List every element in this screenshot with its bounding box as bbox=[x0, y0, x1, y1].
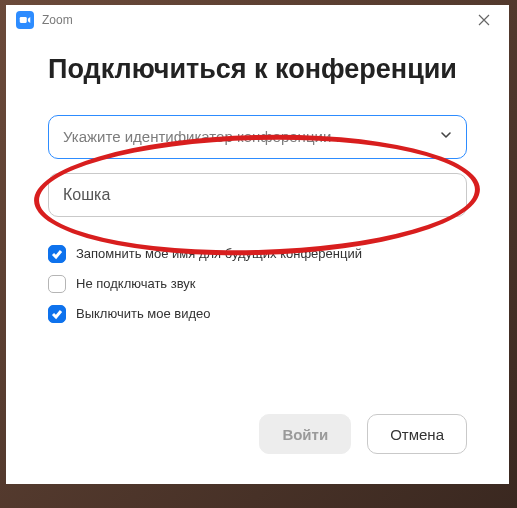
zoom-icon bbox=[16, 11, 34, 29]
checkbox-no-audio[interactable] bbox=[48, 275, 66, 293]
join-button[interactable]: Войти bbox=[259, 414, 351, 454]
titlebar: Zoom bbox=[6, 5, 509, 35]
svg-rect-0 bbox=[20, 17, 27, 23]
meeting-id-input[interactable] bbox=[48, 115, 467, 159]
app-title: Zoom bbox=[42, 13, 73, 27]
option-remember-name[interactable]: Запомнить мое имя для будущих конференци… bbox=[48, 245, 467, 263]
option-video-off[interactable]: Выключить мое видео bbox=[48, 305, 467, 323]
checkbox-remember-name[interactable] bbox=[48, 245, 66, 263]
option-label: Не подключать звук bbox=[76, 276, 196, 291]
dialog-content: Подключиться к конференции Запомнить мое… bbox=[6, 35, 509, 484]
close-icon bbox=[478, 14, 490, 26]
name-field-wrap bbox=[48, 173, 467, 217]
option-no-audio[interactable]: Не подключать звук bbox=[48, 275, 467, 293]
checkbox-video-off[interactable] bbox=[48, 305, 66, 323]
option-label: Выключить мое видео bbox=[76, 306, 211, 321]
option-label: Запомнить мое имя для будущих конференци… bbox=[76, 246, 362, 261]
check-icon bbox=[51, 308, 63, 320]
meeting-id-field-wrap bbox=[48, 115, 467, 159]
check-icon bbox=[51, 248, 63, 260]
join-meeting-dialog: Zoom Подключиться к конференции Запомнит… bbox=[6, 5, 509, 484]
close-button[interactable] bbox=[469, 5, 499, 35]
dialog-buttons: Войти Отмена bbox=[48, 398, 467, 454]
cancel-button[interactable]: Отмена bbox=[367, 414, 467, 454]
page-title: Подключиться к конференции bbox=[48, 53, 467, 87]
options-group: Запомнить мое имя для будущих конференци… bbox=[48, 245, 467, 335]
display-name-input[interactable] bbox=[48, 173, 467, 217]
